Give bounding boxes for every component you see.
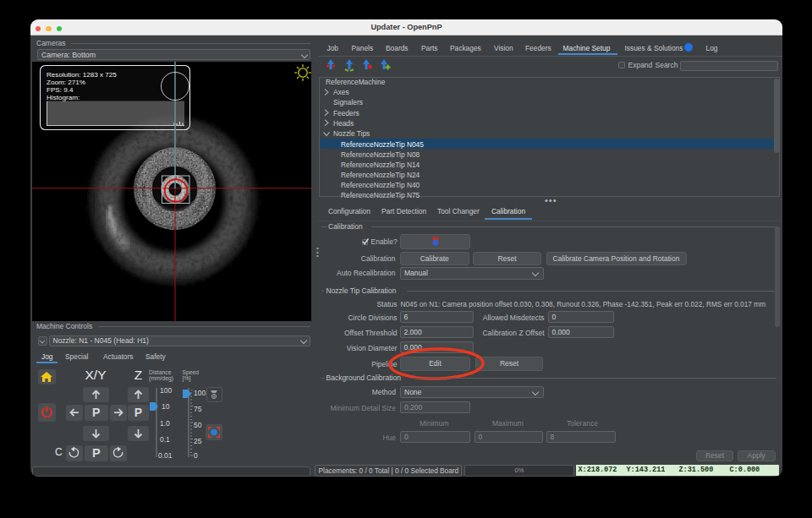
- svg-text:FPS: 9.4: FPS: 9.4: [47, 86, 74, 94]
- svg-text:Resolution: 1283 x 725: Resolution: 1283 x 725: [47, 71, 117, 79]
- svg-text:Zoom: 271%: Zoom: 271%: [47, 79, 85, 86]
- svg-text:Histogram:: Histogram:: [47, 94, 80, 101]
